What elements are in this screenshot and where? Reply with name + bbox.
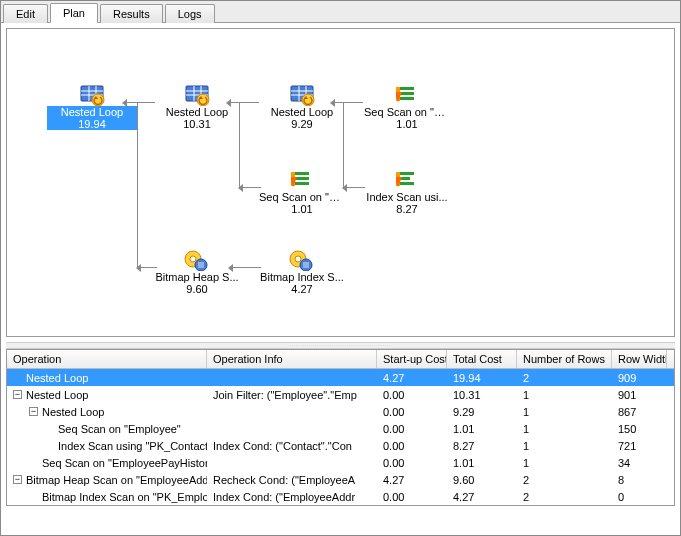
cell-startup: 4.27	[377, 473, 447, 487]
cell-total: 9.29	[447, 405, 517, 419]
node-label: Nested Loop	[257, 106, 347, 118]
node-cost: 1.01	[362, 118, 452, 130]
cell-width: 8	[612, 473, 667, 487]
cell-startup: 4.27	[377, 371, 447, 385]
node-label: Nested Loop	[152, 106, 242, 118]
grid-row[interactable]: Nested Loop4.2719.942909	[7, 369, 674, 386]
cell-rows: 1	[517, 388, 612, 402]
node-label: Bitmap Heap S...	[152, 271, 242, 283]
col-total-cost[interactable]: Total Cost	[447, 350, 517, 368]
col-operation-info[interactable]: Operation Info	[207, 350, 377, 368]
cell-rows: 2	[517, 473, 612, 487]
nested-loop-icon	[79, 84, 105, 106]
cell-total: 9.60	[447, 473, 517, 487]
cell-operation: Index Scan using "PK_Contact_	[7, 439, 207, 453]
operation-text: Bitmap Index Scan on "PK_Employ	[42, 491, 207, 503]
operation-text: Index Scan using "PK_Contact_	[58, 440, 207, 452]
plan-node-bitmap-index[interactable]: Bitmap Index S... 4.27	[257, 249, 347, 295]
cell-width: 150	[612, 422, 667, 436]
tab-bar: Edit Plan Results Logs	[1, 1, 680, 23]
cell-startup: 0.00	[377, 405, 447, 419]
col-row-width[interactable]: Row Width	[612, 350, 667, 368]
col-startup-cost[interactable]: Start-up Cost	[377, 350, 447, 368]
tree-toggle-icon[interactable]: −	[29, 407, 38, 416]
node-cost: 8.27	[362, 203, 452, 215]
plan-diagram[interactable]: Nested Loop 19.94 Nested Loop 10.31 Nest…	[6, 28, 675, 337]
node-cost: 9.60	[152, 283, 242, 295]
cell-width: 0	[612, 490, 667, 504]
cell-operation: −Nested Loop	[7, 405, 207, 419]
tab-edit[interactable]: Edit	[3, 4, 48, 23]
node-cost: 9.29	[257, 118, 347, 130]
grid-row[interactable]: −Bitmap Heap Scan on "EmployeeAddrRechec…	[7, 471, 674, 488]
tab-results[interactable]: Results	[100, 4, 163, 23]
operation-text: Seq Scan on "Employee"	[58, 423, 181, 435]
plan-node-bitmap-heap[interactable]: Bitmap Heap S... 9.60	[152, 249, 242, 295]
operation-text: Nested Loop	[26, 389, 88, 401]
tree-toggle-icon[interactable]: −	[13, 475, 22, 484]
cell-operation: −Nested Loop	[7, 388, 207, 402]
cell-rows: 2	[517, 371, 612, 385]
plan-node-index-scan[interactable]: Index Scan usi... 8.27	[362, 169, 452, 215]
cell-rows: 1	[517, 405, 612, 419]
cell-info: Index Cond: ("Contact"."Con	[207, 439, 377, 453]
seq-scan-icon	[396, 84, 418, 106]
plan-node-nested-loop[interactable]: Nested Loop 9.29	[257, 84, 347, 130]
operation-grid: Operation Operation Info Start-up Cost T…	[6, 349, 675, 506]
cell-rows: 1	[517, 422, 612, 436]
cell-info: Index Cond: ("EmployeeAddr	[207, 490, 377, 504]
cell-total: 1.01	[447, 456, 517, 470]
plan-node-seq-scan[interactable]: Seq Scan on "E... 1.01	[257, 169, 347, 215]
cell-rows: 1	[517, 439, 612, 453]
col-operation[interactable]: Operation	[7, 350, 207, 368]
cell-operation: Seq Scan on "EmployeePayHistory	[7, 456, 207, 470]
cell-total: 1.01	[447, 422, 517, 436]
cell-info	[207, 428, 377, 430]
cell-operation: Seq Scan on "Employee"	[7, 422, 207, 436]
operation-text: Bitmap Heap Scan on "EmployeeAddr	[26, 474, 207, 486]
cell-rows: 2	[517, 490, 612, 504]
cell-total: 8.27	[447, 439, 517, 453]
grid-row[interactable]: Seq Scan on "Employee"0.001.011150	[7, 420, 674, 437]
cell-startup: 0.00	[377, 422, 447, 436]
nested-loop-icon	[289, 84, 315, 106]
cell-operation: Bitmap Index Scan on "PK_Employ	[7, 490, 207, 504]
cell-startup: 0.00	[377, 456, 447, 470]
grid-row[interactable]: Index Scan using "PK_Contact_Index Cond:…	[7, 437, 674, 454]
plan-node-nested-loop[interactable]: Nested Loop 19.94	[47, 84, 137, 130]
bitmap-op-icon	[184, 249, 210, 271]
connector	[137, 102, 138, 267]
cell-info	[207, 377, 377, 379]
tab-plan[interactable]: Plan	[50, 3, 98, 23]
node-label: Seq Scan on "E...	[257, 191, 347, 203]
cell-info: Recheck Cond: ("EmployeeA	[207, 473, 377, 487]
node-cost: 19.94	[47, 118, 137, 130]
cell-startup: 0.00	[377, 490, 447, 504]
splitter-handle[interactable]: ········································…	[6, 342, 675, 349]
grid-header: Operation Operation Info Start-up Cost T…	[7, 350, 674, 369]
index-scan-icon	[396, 169, 418, 191]
plan-node-nested-loop[interactable]: Nested Loop 10.31	[152, 84, 242, 130]
node-label: Index Scan usi...	[362, 191, 452, 203]
tree-toggle-icon[interactable]: −	[13, 390, 22, 399]
grid-row[interactable]: Bitmap Index Scan on "PK_EmployIndex Con…	[7, 488, 674, 505]
grid-row[interactable]: Seq Scan on "EmployeePayHistory0.001.011…	[7, 454, 674, 471]
bitmap-op-icon	[289, 249, 315, 271]
cell-total: 19.94	[447, 371, 517, 385]
node-label: Seq Scan on "E...	[362, 106, 452, 118]
operation-text: Nested Loop	[42, 406, 104, 418]
node-cost: 4.27	[257, 283, 347, 295]
node-label: Bitmap Index S...	[257, 271, 347, 283]
plan-node-seq-scan[interactable]: Seq Scan on "E... 1.01	[362, 84, 452, 130]
col-number-of-rows[interactable]: Number of Rows	[517, 350, 612, 368]
cell-rows: 1	[517, 456, 612, 470]
cell-width: 901	[612, 388, 667, 402]
cell-info: Join Filter: ("Employee"."Emp	[207, 388, 377, 402]
grid-row[interactable]: −Nested LoopJoin Filter: ("Employee"."Em…	[7, 386, 674, 403]
operation-text: Nested Loop	[26, 372, 88, 384]
cell-startup: 0.00	[377, 388, 447, 402]
grid-row[interactable]: −Nested Loop0.009.291867	[7, 403, 674, 420]
node-label: Nested Loop	[47, 106, 137, 118]
operation-text: Seq Scan on "EmployeePayHistory	[42, 457, 207, 469]
tab-logs[interactable]: Logs	[165, 4, 215, 23]
